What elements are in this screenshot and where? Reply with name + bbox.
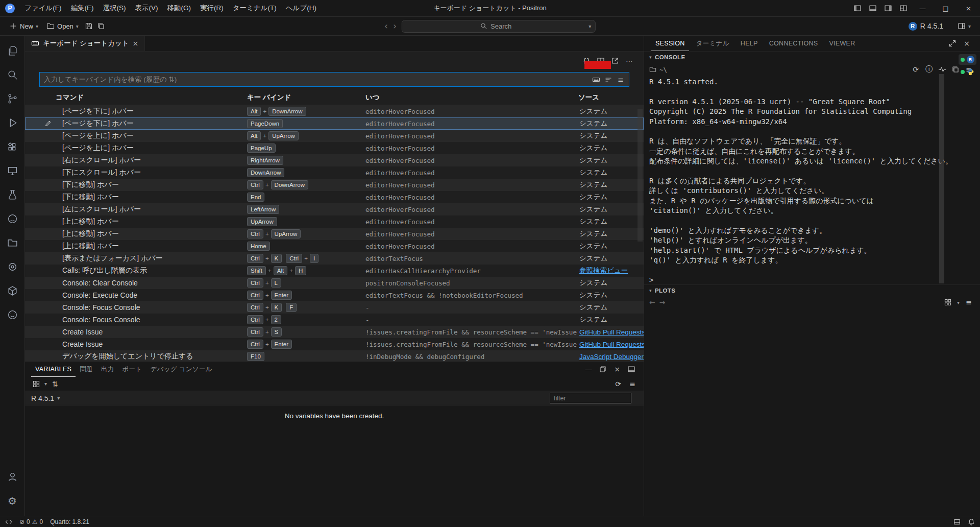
table-row[interactable]: [ページを上に] ホバーPageUpeditorHoverFocusedシステム [25,142,644,154]
table-row[interactable]: [ページを上に] ホバーAlt+UpArroweditorHoverFocuse… [25,130,644,142]
menu-edit[interactable]: 編集(E) [66,0,99,17]
tab-debug-console[interactable]: デバッグ コンソール [146,362,216,377]
table-row[interactable]: [ページを下に] ホバーPageDowneditorHoverFocusedシス… [25,117,644,130]
toggle-panel-icon[interactable] [865,0,880,16]
restart-session-icon[interactable]: ⟳ [910,63,922,76]
github-pull-requests-icon[interactable] [0,207,25,231]
problems-indicator[interactable]: ⊘ 0 ⚠ 0 [19,518,43,525]
variables-menu-icon[interactable]: ≡ [626,378,639,390]
account-icon[interactable] [0,465,25,489]
menu-view[interactable]: 表示(V) [131,0,163,17]
table-row[interactable]: [下に移動] ホバーEndeditorHoverFocusedシステム [25,191,644,203]
plots-section-header[interactable]: ▾ PLOTS [644,285,980,296]
table-row[interactable]: Create IssueCtrl+Enter!issues.creatingFr… [25,338,644,350]
container-icon[interactable] [0,279,25,303]
close-panel-icon[interactable]: × [611,363,623,375]
tab-viewer[interactable]: VIEWER [825,36,859,51]
session-info-icon[interactable]: ⓘ [923,63,935,76]
table-row[interactable]: デバッグを開始してエントリで停止するF10!inDebugMode && deb… [25,350,644,361]
minimize-panel-icon[interactable]: — [582,363,595,375]
remote-indicator[interactable] [5,518,12,525]
column-command[interactable]: コマンド [56,93,247,102]
maximize-window-icon[interactable]: □ [934,0,957,16]
panel-layout-status-icon[interactable] [953,518,961,525]
testing-icon[interactable] [0,183,25,207]
plots-menu-icon[interactable]: ≡ [963,296,975,308]
close-window-icon[interactable]: × [957,0,980,16]
menu-run[interactable]: 実行(R) [195,0,228,17]
table-row[interactable]: [右にスクロール] ホバーRightArroweditorHoverFocuse… [25,154,644,166]
extensions-icon[interactable] [0,135,25,159]
tab-keyboard-shortcuts[interactable]: キーボード ショートカット × [25,36,145,51]
session-item-r[interactable]: R [959,54,976,65]
notifications-bell-icon[interactable] [968,518,975,525]
more-actions-icon[interactable]: ⋯ [623,55,635,67]
table-row[interactable]: Calls: 呼び出し階層の表示Shift+Alt+HeditorHasCall… [25,265,644,277]
customize-layout-icon[interactable] [896,0,911,16]
source-cell[interactable]: GitHub Pull Requests [578,328,644,336]
panel-layout-icon[interactable] [625,363,638,375]
search-icon[interactable] [0,63,25,87]
next-plot-icon[interactable]: → [659,298,666,306]
toggle-sidebar-icon[interactable] [850,0,865,16]
edit-pencil-icon[interactable] [44,120,52,127]
group-variables-icon[interactable] [30,378,42,390]
close-tab-icon[interactable]: × [133,39,139,47]
table-row[interactable]: [上に移動] ホバーCtrl+UpArroweditorHoverFocused… [25,228,644,240]
record-keys-icon[interactable] [590,74,602,86]
run-debug-icon[interactable] [0,111,25,135]
tab-terminal[interactable]: ターミナル [692,36,733,51]
tab-help[interactable]: HELP [737,36,762,51]
explorer-icon[interactable] [0,39,25,63]
restore-panel-icon[interactable] [597,363,609,375]
refresh-variables-icon[interactable]: ⟳ [612,378,624,390]
plots-grid-icon[interactable] [942,296,954,308]
column-source[interactable]: ソース [578,93,644,102]
console-output[interactable]: R 4.5.1 started. R version 4.5.1 (2025-0… [644,76,953,284]
layout-picker-button[interactable]: ▾ [953,20,975,32]
nav-back-icon[interactable]: ‹ [384,21,388,31]
table-row[interactable]: [表示またはフォーカス] ホバーCtrl+KCtrl+IeditorTextFo… [25,252,644,265]
sort-precedence-icon[interactable] [602,74,615,86]
expand-panel-icon[interactable] [946,37,959,50]
console-scrollbar[interactable] [939,74,944,283]
tab-problems[interactable]: 問題 [76,362,97,377]
table-row[interactable]: [ページを下に] ホバーAlt+DownArroweditorHoverFocu… [25,105,644,117]
column-when[interactable]: いつ [365,93,578,102]
tab-output[interactable]: 出力 [97,362,118,377]
source-cell[interactable]: 参照検索ビュー [578,266,644,275]
interpreter-selector[interactable]: R R 4.5.1 [904,20,947,32]
sort-variables-icon[interactable]: ⇅ [49,378,61,390]
new-button[interactable]: New ▾ [5,20,42,32]
save-icon[interactable] [83,20,95,32]
source-cell[interactable]: GitHub Pull Requests [578,341,644,348]
menu-selection[interactable]: 選択(S) [99,0,131,17]
filter-menu-icon[interactable]: ≡ [615,74,627,86]
command-center-search[interactable]: Search ▾ [402,20,596,33]
tab-connections[interactable]: CONNECTIONS [765,36,822,51]
tab-ports[interactable]: ポート [118,362,146,377]
variables-runtime-row[interactable]: R 4.5.1 ▾ [25,391,644,405]
settings-gear-icon[interactable]: ⚙ [0,489,25,513]
table-row[interactable]: Console: Clear ConsoleCtrl+LpositronCons… [25,277,644,289]
table-row[interactable]: Create IssueCtrl+S!issues.creatingFromFi… [25,326,644,338]
column-keybinding[interactable]: キー バインド [247,93,365,102]
remote-explorer-icon[interactable] [0,159,25,183]
editor-scrollbar[interactable] [638,109,643,242]
previous-plot-icon[interactable]: ← [649,298,655,306]
table-row[interactable]: Console: Focus ConsoleCtrl+2-システム [25,314,644,326]
tab-session[interactable]: SESSION [651,36,689,51]
table-row[interactable]: Console: Focus ConsoleCtrl+KF-システム [25,301,644,314]
table-row[interactable]: [下にスクロール] ホバーDownArroweditorHoverFocused… [25,166,644,179]
source-cell[interactable]: JavaScript Debugger [578,353,644,361]
variables-filter-input[interactable] [550,393,631,403]
table-row[interactable]: Console: Execute CodeCtrl+EntereditorTex… [25,289,644,301]
keybindings-search-input[interactable] [44,76,590,83]
menu-help[interactable]: ヘルプ(H) [281,0,321,17]
close-session-panel-icon[interactable]: × [961,37,973,50]
working-directory[interactable]: ~\ [649,66,667,74]
remote-folder-icon[interactable] [0,231,25,255]
toggle-secondary-sidebar-icon[interactable] [880,0,896,16]
console-section-header[interactable]: ▾ CONSOLE [644,52,980,63]
table-row[interactable]: [上に移動] ホバーUpArroweditorHoverFocusedシステム [25,215,644,228]
